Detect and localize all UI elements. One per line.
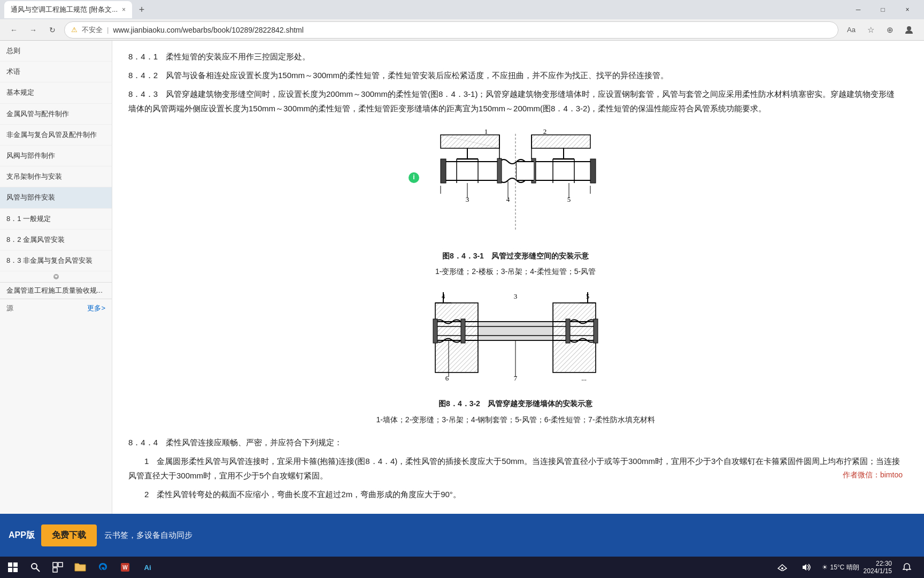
app-version-label: APP版 bbox=[9, 530, 35, 541]
minimize-button[interactable]: ─ bbox=[846, 0, 871, 19]
svg-rect-83 bbox=[58, 562, 63, 567]
svg-rect-77 bbox=[13, 562, 18, 567]
sidebar-item-metal-duct[interactable]: 金属风管与配件制作 bbox=[0, 104, 112, 125]
author-note: 作者微信：bimtoo bbox=[827, 468, 903, 482]
date-display: 2024/1/15 bbox=[864, 567, 892, 575]
start-button[interactable] bbox=[2, 557, 24, 578]
read-mode-icon[interactable]: Aa bbox=[843, 21, 860, 39]
svg-point-80 bbox=[32, 564, 37, 569]
svg-rect-64 bbox=[433, 319, 437, 343]
para-1: 8．4．1 柔性短管的安装应不用作三控固定形处。 bbox=[128, 49, 903, 64]
svg-rect-48 bbox=[435, 303, 478, 372]
figure-1-desc: 1-变形缝；2-楼板；3-吊架；4-柔性短管；5-风管 bbox=[128, 265, 903, 278]
svg-point-0 bbox=[907, 26, 911, 31]
svg-rect-82 bbox=[53, 562, 57, 567]
svg-rect-10 bbox=[532, 135, 590, 148]
security-label: 不安全 bbox=[82, 25, 103, 35]
taskbar-clock[interactable]: 22:30 2024/1/15 bbox=[864, 560, 892, 575]
sidebar-item-8-3[interactable]: 8．3 非金属与复合风管安装 bbox=[0, 250, 112, 271]
weather-info[interactable]: ☀ 15°C 晴朗 bbox=[822, 563, 859, 572]
app-download-button[interactable]: 免费下载 bbox=[41, 524, 97, 546]
tab-title: 通风与空调工程施工规范 [附条文... bbox=[11, 5, 118, 14]
active-tab[interactable]: 通风与空调工程施工规范 [附条文... × bbox=[4, 1, 132, 18]
taskbar-icons: W Ai bbox=[2, 557, 158, 578]
figure-2-desc: 1-墙体；2-变形缝；3-吊架；4-钢制套管；5-风管；6-柔性短管；7-柔性防… bbox=[128, 413, 903, 427]
security-warning-icon: ⚠ bbox=[71, 26, 78, 34]
app-icon-1[interactable]: W bbox=[114, 557, 136, 578]
favorites-icon[interactable]: ☆ bbox=[862, 21, 879, 39]
browser-chrome: 通风与空调工程施工规范 [附条文... × + ─ □ × ← → ↻ ⚠ 不安… bbox=[0, 0, 924, 41]
edge-browser-button[interactable] bbox=[92, 557, 113, 578]
content-area[interactable]: 8．4．1 柔性短管的安装应不用作三控固定形处。 8．4．2 风管与设备相连处应… bbox=[112, 41, 924, 514]
main-area: 总则 术语 基本规定 金属风管与配件制作 非金属与复合风管及配件制作 风阀与部件… bbox=[0, 41, 924, 514]
address-bar: ← → ↻ ⚠ 不安全 | www.jianbiaoku.com/webarbs… bbox=[0, 19, 924, 41]
sidebar-item-general[interactable]: 总则 bbox=[0, 41, 112, 62]
sidebar-item-hanger[interactable]: 支吊架制作与安装 bbox=[0, 166, 112, 187]
para-5-wrapper: 1 金属圆形柔性风管与风管连接时，宜采用卡箍(抱箍)连接(图8．4．4)，柔性风… bbox=[128, 454, 903, 483]
refresh-button[interactable]: ↻ bbox=[45, 22, 60, 37]
svg-text:3: 3 bbox=[514, 292, 518, 300]
figure-2-caption: 图8．4．3-2 风管穿越变形缝墙体的安装示意 bbox=[128, 397, 903, 410]
task-view-button[interactable] bbox=[47, 557, 68, 578]
svg-rect-76 bbox=[8, 562, 12, 567]
sidebar-item-duct-install[interactable]: 风管与部件安装 bbox=[0, 187, 112, 208]
svg-text:5: 5 bbox=[586, 292, 590, 300]
figure-1-container: i 1 2 bbox=[128, 124, 903, 278]
file-explorer-button[interactable] bbox=[70, 557, 91, 578]
volume-icon[interactable] bbox=[796, 557, 818, 578]
sidebar: 总则 术语 基本规定 金属风管与配件制作 非金属与复合风管及配件制作 风阀与部件… bbox=[0, 41, 112, 514]
source-label: 源 bbox=[6, 303, 13, 313]
svg-point-87 bbox=[781, 567, 783, 569]
tab-close-button[interactable]: × bbox=[122, 6, 126, 13]
info-tooltip[interactable]: i bbox=[409, 172, 419, 183]
window-controls: ─ □ × bbox=[846, 0, 920, 19]
sidebar-item-8-1[interactable]: 8．1 一般规定 bbox=[0, 209, 112, 230]
sidebar-scroll-indicator bbox=[0, 271, 112, 282]
figure-1-diagram: 1 2 bbox=[414, 124, 617, 242]
close-button[interactable]: × bbox=[895, 0, 920, 19]
svg-text:...: ... bbox=[581, 374, 587, 382]
maximize-button[interactable]: □ bbox=[871, 0, 895, 19]
svg-rect-66 bbox=[566, 319, 570, 343]
profile-icon[interactable] bbox=[900, 21, 918, 39]
back-button[interactable]: ← bbox=[6, 22, 21, 37]
svg-text:W: W bbox=[122, 565, 128, 571]
para-2: 8．4．2 风管与设备相连处应设置长度为150mm～300mm的柔性短管，柔性短… bbox=[128, 68, 903, 82]
sidebar-item-terms[interactable]: 术语 bbox=[0, 62, 112, 82]
ai-button[interactable]: Ai bbox=[137, 557, 158, 578]
svg-rect-21 bbox=[497, 158, 502, 183]
svg-rect-65 bbox=[461, 319, 465, 343]
search-taskbar-button[interactable] bbox=[25, 557, 46, 578]
sidebar-item-nonmetal-duct[interactable]: 非金属与复合风管及配件制作 bbox=[0, 125, 112, 146]
app-download-bar: APP版 免费下载 云书签，多设备自动同步 bbox=[0, 514, 924, 557]
url-separator: | bbox=[107, 26, 109, 34]
forward-button[interactable]: → bbox=[26, 22, 41, 37]
svg-marker-88 bbox=[803, 564, 806, 571]
sidebar-item-basic[interactable]: 基本规定 bbox=[0, 82, 112, 103]
network-icon[interactable] bbox=[772, 557, 793, 578]
svg-rect-67 bbox=[594, 319, 598, 343]
para-3: 8．4．3 风管穿越建筑物变形缝空间时，应设置长度为200mm～300mm的柔性… bbox=[128, 87, 903, 116]
svg-text:4: 4 bbox=[442, 292, 445, 300]
collections-icon[interactable]: ⊕ bbox=[881, 21, 898, 39]
svg-text:2: 2 bbox=[543, 127, 547, 135]
toolbar-icons: Aa ☆ ⊕ bbox=[843, 21, 918, 39]
figure-2-container: 6 7 ... 4 3 5 图8．4．3-2 风管穿越变形缝墙体的安装示意 1-… bbox=[128, 287, 903, 426]
svg-rect-16 bbox=[441, 159, 446, 183]
notification-icon[interactable] bbox=[896, 557, 918, 578]
svg-line-81 bbox=[36, 568, 40, 572]
figure-1-caption: 图8．4．3-1 风管过变形缝空间的安装示意 bbox=[128, 249, 903, 263]
svg-rect-20 bbox=[590, 159, 596, 183]
sidebar-resource-link[interactable]: 金属管道工程施工质量验收规... bbox=[0, 282, 112, 299]
svg-rect-57 bbox=[478, 322, 553, 340]
sidebar-item-damper[interactable]: 风阀与部件制作 bbox=[0, 146, 112, 166]
sidebar-item-8-2[interactable]: 8．2 金属风管安装 bbox=[0, 230, 112, 250]
sidebar-bottom-area: 金属管道工程施工质量验收规... 源 更多> bbox=[0, 282, 112, 317]
taskbar: W Ai ☀ 15°C 晴朗 22:30 2024/1/15 bbox=[0, 557, 924, 578]
para-4: 8．4．4 柔性风管连接应顺畅、严密，并应符合下列规定： bbox=[128, 435, 903, 450]
new-tab-button[interactable]: + bbox=[134, 2, 149, 17]
taskbar-right: ☀ 15°C 晴朗 22:30 2024/1/15 bbox=[772, 557, 922, 578]
url-bar[interactable]: ⚠ 不安全 | www.jianbiaoku.com/webarbs/book/… bbox=[64, 21, 838, 39]
svg-rect-78 bbox=[8, 568, 12, 572]
more-label[interactable]: 更多> bbox=[87, 303, 105, 313]
